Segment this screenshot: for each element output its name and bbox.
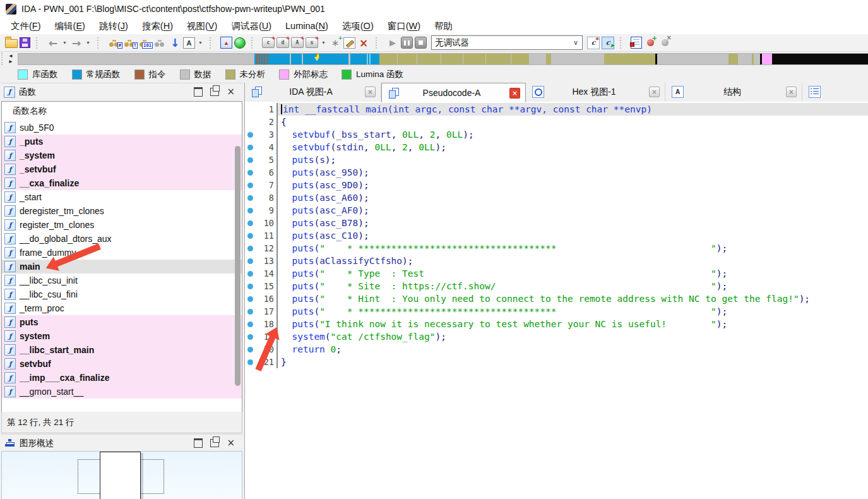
navigation-band[interactable]: [18, 53, 868, 65]
code-line-8[interactable]: 8 puts(asc_A60);: [245, 191, 868, 204]
pseudocode-view[interactable]: 1int __fastcall main(int argc, const cha…: [245, 102, 868, 499]
tab-结构[interactable]: 结构×: [665, 83, 802, 101]
code-line-7[interactable]: 7 puts(asc_9D0);: [245, 179, 868, 191]
function-row-__gmon_start__[interactable]: ƒ__gmon_start__: [2, 385, 242, 399]
function-row-puts[interactable]: ƒputs: [2, 315, 242, 329]
debugger-stop-icon[interactable]: [415, 37, 427, 49]
code-line-1[interactable]: 1int __fastcall main(int argc, const cha…: [245, 103, 868, 116]
forward-history-dropdown-icon[interactable]: ▼: [85, 37, 92, 49]
edit-function-icon[interactable]: [343, 37, 355, 49]
code-line-3[interactable]: 3 setvbuf(_bss_start, 0LL, 2, 0LL);: [245, 128, 868, 141]
breakpoint-delete-icon[interactable]: [658, 37, 671, 49]
function-row-__libc_start_main[interactable]: ƒ__libc_start_main: [2, 343, 242, 357]
code-line-9[interactable]: 9 puts(asc_AF0);: [245, 204, 868, 217]
search-immediate-icon[interactable]: [108, 37, 121, 48]
function-row-sub_5F0[interactable]: ƒsub_5F0: [2, 121, 242, 135]
tab-Hex 视图-1[interactable]: Hex 视图-1×: [526, 83, 665, 101]
function-row-frame_dummy[interactable]: ƒframe_dummy: [2, 246, 242, 260]
debugger-pause-icon[interactable]: [401, 37, 413, 49]
function-row-register_tm_clones[interactable]: ƒregister_tm_clones: [2, 218, 242, 232]
menu-item-n[interactable]: Lumina(N): [278, 21, 335, 31]
tab-Pseudocode-A[interactable]: Pseudocode-A×: [381, 83, 526, 102]
code-line-13[interactable]: 13 puts(aClassifyCtfsho);: [245, 255, 868, 267]
function-row-setvbuf[interactable]: ƒsetvbuf: [2, 357, 242, 371]
function-row-__cxa_finalize[interactable]: ƒ__cxa_finalize: [2, 176, 242, 190]
panel-close-icon[interactable]: ×: [227, 88, 235, 95]
code-line-21[interactable]: 21}: [245, 356, 868, 368]
debugger-select[interactable]: 无调试器∨: [431, 35, 583, 50]
code-line-17[interactable]: 17 puts(" * ****************************…: [245, 305, 868, 318]
tab-IDA 视图-A[interactable]: IDA 视图-A×: [245, 83, 381, 101]
function-row-__imp___cxa_finalize[interactable]: ƒ__imp___cxa_finalize: [2, 371, 242, 385]
lumina-icon[interactable]: [234, 37, 246, 49]
function-row-_puts[interactable]: ƒ_puts: [2, 135, 242, 148]
menu-item-help[interactable]: 帮助: [427, 20, 460, 32]
code-line-5[interactable]: 5 puts(s);: [245, 153, 868, 166]
code-line-16[interactable]: 16 puts(" * Hint : You only need to conn…: [245, 292, 868, 305]
code-line-18[interactable]: 18 puts("I think now it is necessary to …: [245, 318, 868, 330]
chevron-down-icon[interactable]: ∨: [569, 39, 582, 47]
names-window-icon[interactable]: A: [183, 37, 195, 49]
function-row-main[interactable]: ƒmain: [2, 260, 242, 274]
close-icon[interactable]: ×: [786, 87, 797, 97]
undefine-icon[interactable]: ×: [357, 37, 370, 49]
search-again-icon[interactable]: [153, 37, 167, 48]
panel-float-icon[interactable]: [210, 88, 219, 96]
jump-address-icon[interactable]: ↓: [169, 37, 181, 49]
problems-icon[interactable]: [220, 37, 232, 49]
make-data-icon[interactable]: d: [276, 37, 289, 48]
menu-item-u[interactable]: 调试器(U): [224, 20, 278, 32]
menu-item-e[interactable]: 编辑(E): [48, 20, 92, 32]
graph-viewport-rect[interactable]: [100, 452, 141, 499]
make-string-icon[interactable]: s: [306, 37, 318, 48]
open-file-icon[interactable]: [5, 39, 18, 48]
make-name-icon[interactable]: A: [291, 37, 304, 48]
code-line-4[interactable]: 4 setvbuf(stdin, 0LL, 2, 0LL);: [245, 141, 868, 153]
code-line-2[interactable]: 2{: [245, 116, 868, 128]
tab-枚举[interactable]: 枚举: [802, 83, 868, 101]
function-row-_setvbuf[interactable]: ƒ_setvbuf: [2, 162, 242, 176]
code-line-20[interactable]: 20 return 0;: [245, 343, 868, 356]
navigate-back-icon[interactable]: ←: [47, 37, 59, 49]
navigate-forward-icon[interactable]: →: [70, 37, 83, 49]
code-line-6[interactable]: 6 puts(asc_950);: [245, 166, 868, 179]
names-dropdown-icon[interactable]: ▼: [197, 37, 204, 49]
code-line-15[interactable]: 15 puts(" * Site : https://ctf.show/ ");: [245, 280, 868, 292]
save-icon[interactable]: [20, 37, 30, 48]
function-row-deregister_tm_clones[interactable]: ƒderegister_tm_clones: [2, 204, 242, 218]
back-history-dropdown-icon[interactable]: ▼: [61, 37, 68, 49]
graph-overview-canvas[interactable]: [1, 451, 242, 499]
breakpoint-list-icon[interactable]: [631, 37, 642, 49]
close-icon[interactable]: ×: [365, 87, 376, 97]
function-row-__libc_csu_fini[interactable]: ƒ__libc_csu_fini: [2, 287, 242, 301]
function-row-__do_global_dtors_aux[interactable]: ƒ__do_global_dtors_aux: [2, 232, 242, 246]
code-line-12[interactable]: 12 puts(" * ****************************…: [245, 242, 868, 255]
navband-scroll-left-icon[interactable]: ◄: [8, 54, 13, 59]
menu-item-w[interactable]: 窗口(W): [381, 20, 427, 32]
panel-close-icon[interactable]: ×: [227, 440, 235, 447]
function-row-__libc_csu_init[interactable]: ƒ__libc_csu_init: [2, 274, 242, 287]
functions-column-header[interactable]: 函数名称: [2, 102, 242, 121]
menu-item-j[interactable]: 跳转(J): [92, 20, 135, 32]
code-line-10[interactable]: 10 puts(asc_B78);: [245, 217, 868, 229]
navband-scroll-arrows[interactable]: ◄ ►: [5, 52, 16, 65]
panel-maximize-icon[interactable]: [194, 438, 203, 448]
panel-float-icon[interactable]: [210, 439, 219, 447]
function-row-system[interactable]: ƒsystem: [2, 329, 242, 343]
menu-item-f[interactable]: 文件(F): [4, 20, 48, 32]
function-row-_start[interactable]: ƒ_start: [2, 190, 242, 204]
make-code-icon[interactable]: c: [262, 37, 275, 48]
string-type-dropdown-icon[interactable]: ▼: [320, 37, 327, 49]
make-array-icon[interactable]: ∗: [329, 37, 342, 49]
panel-maximize-icon[interactable]: [194, 87, 203, 97]
breakpoint-add-icon[interactable]: [644, 37, 657, 49]
produce-c-file-icon[interactable]: c: [602, 37, 614, 49]
search-text-icon[interactable]: [123, 37, 136, 48]
navband-scroll-right-icon[interactable]: ►: [8, 59, 13, 64]
menu-item-v[interactable]: 视图(V): [180, 20, 224, 32]
function-row-_term_proc[interactable]: ƒ_term_proc: [2, 301, 242, 315]
close-icon[interactable]: ×: [509, 88, 520, 99]
close-icon[interactable]: ×: [649, 87, 660, 97]
functions-vertical-scrollbar[interactable]: [235, 146, 241, 386]
menu-item-o[interactable]: 选项(O): [335, 20, 381, 32]
